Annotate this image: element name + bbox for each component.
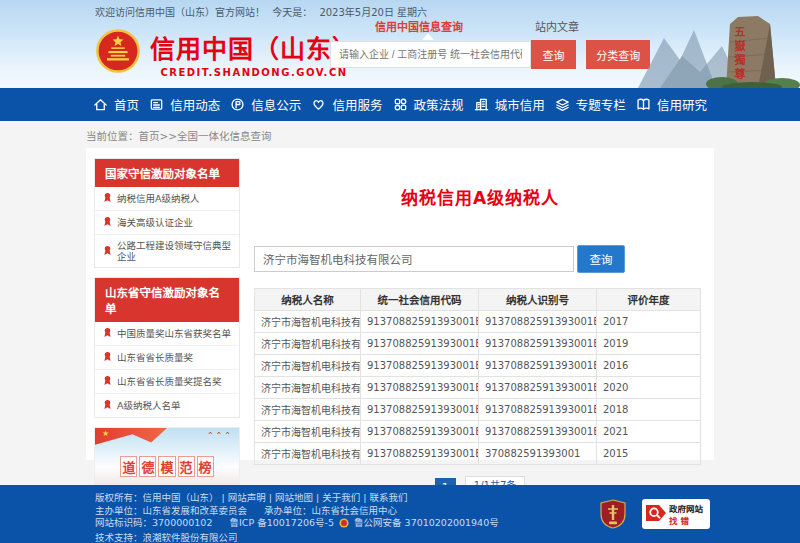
table-cell: 济宁市海智机电科技有限公司 [255, 311, 361, 333]
header-search-button[interactable]: 查询 [531, 40, 577, 69]
table-cell: 91370882591393001E [361, 377, 479, 399]
gov-site-error-report-badge[interactable]: 政府网站 找错 [642, 499, 710, 529]
header-search-input[interactable] [330, 41, 531, 68]
company-search-input[interactable] [254, 246, 574, 272]
footer-link[interactable]: 联系我们 [369, 492, 407, 503]
table-cell: 91370882591393001E [361, 443, 479, 465]
table-cell: 济宁市海智机电科技有限公司 [255, 421, 361, 443]
nav-item-home[interactable]: 首页 [93, 95, 139, 114]
table-cell: 济宁市海智机电科技有限公司 [255, 355, 361, 377]
table-row: 济宁市海智机电科技有限公司91370882591393001E913708825… [255, 421, 701, 443]
main-nav: 首页信用动态信息公示信用服务政策法规城市信用专题专栏信用研究 [0, 88, 800, 121]
home-icon [93, 97, 108, 112]
main-content: 纳税信用A级纳税人 查询 纳税人名称统一社会信用代码纳税人识别号评价年度 济宁市… [240, 158, 706, 446]
table-header-row: 纳税人名称统一社会信用代码纳税人识别号评价年度 [255, 289, 701, 311]
query-button[interactable]: 查询 [577, 245, 625, 273]
footer-record-line: 网站标识码：3700000102 鲁ICP 备10017206号-5 鲁公网安备… [95, 517, 499, 532]
table-cell: 370882591393001 [479, 443, 597, 465]
sidebar-item[interactable]: 纳税信用A级纳税人 [95, 187, 239, 211]
sidebar-item-label: 纳税信用A级纳税人 [117, 193, 200, 204]
building-icon [474, 97, 489, 112]
nav-item-info-publicity[interactable]: 信息公示 [230, 95, 301, 114]
medal-icon [102, 216, 117, 229]
icp-record-text: 鲁ICP 备10017206号-5 [229, 517, 334, 528]
breadcrumb-label: 当前位置： [86, 130, 139, 142]
nav-item-label: 信用动态 [170, 95, 220, 114]
site-domain: CREDIT.SHANDONG.GOV.CN [150, 67, 358, 78]
sidebar-item[interactable]: 山东省省长质量奖提名奖 [95, 370, 239, 394]
table-row: 济宁市海智机电科技有限公司91370882591393001E913708825… [255, 377, 701, 399]
table-cell: 2019 [597, 333, 701, 355]
nav-item-policy-regulation[interactable]: 政策法规 [393, 95, 464, 114]
sidebar-item[interactable]: 海关高级认证企业 [95, 211, 239, 235]
flag-star-icon: ★ [102, 429, 109, 438]
table-cell: 济宁市海智机电科技有限公司 [255, 399, 361, 421]
nav-item-label: 专题专栏 [576, 95, 626, 114]
footer-copyright-line: 版权所有：信用中国（山东）|网站声明|网站地图|关于我们|联系我们 [95, 492, 499, 505]
nav-item-label: 信息公示 [251, 95, 301, 114]
breadcrumb-path[interactable]: 首页>>全国一体化信息查询 [139, 130, 272, 142]
tab-site-articles[interactable]: 站内文章 [535, 18, 579, 32]
magnifier-arrow-icon [645, 502, 667, 526]
table-cell: 济宁市海智机电科技有限公司 [255, 377, 361, 399]
sidebar-item-label: 中国质量奖山东省获奖名单 [117, 328, 231, 339]
tech-support-text: 技术支持：浪潮软件股份有限公司 [95, 532, 238, 543]
site-logo[interactable]: 信用中国（山东） CREDIT.SHANDONG.GOV.CN [95, 28, 358, 78]
site-code-text: 网站标识码：3700000102 [95, 517, 212, 528]
grid-icon [393, 97, 408, 112]
banner-title-char: 德 [139, 456, 156, 477]
footer-organizer-line: 主办单位：山东省发展和改革委员会 承办单位：山东省社会信用中心 [95, 505, 499, 518]
footer-link-separator: | [222, 492, 225, 503]
nav-item-label: 政策法规 [414, 95, 464, 114]
sidebar-item-label: 海关高级认证企业 [117, 217, 193, 228]
doves-graphic: ⌃⌃⌃ [207, 431, 233, 440]
nav-item-label: 信用研究 [657, 95, 707, 114]
result-table: 纳税人名称统一社会信用代码纳税人识别号评价年度 济宁市海智机电科技有限公司913… [254, 288, 701, 465]
tab-credit-info-query[interactable]: 信用中国信息查询 [375, 18, 463, 32]
nav-item-credit-news[interactable]: 信用动态 [149, 95, 220, 114]
table-cell: 2021 [597, 421, 701, 443]
sidebar-section-title: 山东省守信激励对象名单 [95, 278, 239, 322]
government-shield-badge[interactable] [600, 499, 626, 529]
table-cell: 91370882591393001E [479, 355, 597, 377]
table-cell: 2017 [597, 311, 701, 333]
nav-item-label: 城市信用 [495, 95, 545, 114]
nav-item-special-column[interactable]: 专题专栏 [555, 95, 626, 114]
sidebar-item-label: 山东省省长质量奖 [117, 352, 193, 363]
sidebar-item[interactable]: 山东省省长质量奖 [95, 346, 239, 370]
heart-icon [311, 97, 326, 112]
banner-title-char: 范 [178, 456, 195, 477]
nav-item-credit-service[interactable]: 信用服务 [311, 95, 382, 114]
table-cell: 91370882591393001E [361, 333, 479, 355]
organizer-text: 主办单位：山东省发展和改革委员会 [95, 505, 247, 516]
table-cell: 91370882591393001E [361, 355, 479, 377]
banner-title-char: 模 [158, 456, 175, 477]
nav-item-city-credit[interactable]: 城市信用 [474, 95, 545, 114]
welcome-bar: 欢迎访问信用中国（山东）官方网站！ 今天是： 2023年5月20日 星期六 [95, 4, 431, 19]
footer-link[interactable]: 网站地图 [275, 492, 313, 503]
police-badge-icon [339, 518, 349, 532]
sidebar-item[interactable]: 公路工程建设领域守信典型企业 [95, 235, 239, 267]
banner-title-char: 道 [120, 456, 137, 477]
undertaker-text: 承办单位：山东省社会信用中心 [264, 505, 397, 516]
footer-link[interactable]: 网站声明 [228, 492, 266, 503]
footer-link-separator: | [363, 492, 366, 503]
sidebar-sections: 国家守信激励对象名单纳税信用A级纳税人海关高级认证企业公路工程建设领域守信典型企… [94, 158, 240, 418]
medal-icon [102, 375, 117, 388]
footer-link-separator: | [269, 492, 272, 503]
table-header-cell: 纳税人名称 [255, 289, 361, 311]
footer-link[interactable]: 关于我们 [322, 492, 360, 503]
medal-icon [102, 399, 117, 412]
table-header-cell: 纳税人识别号 [479, 289, 597, 311]
nav-item-credit-research[interactable]: 信用研究 [636, 95, 707, 114]
table-cell: 济宁市海智机电科技有限公司 [255, 333, 361, 355]
sidebar-section-title: 国家守信激励对象名单 [95, 159, 239, 187]
table-cell: 91370882591393001E [479, 399, 597, 421]
medal-icon [102, 192, 117, 205]
sidebar-item[interactable]: 中国质量奖山东省获奖名单 [95, 322, 239, 346]
copyright-text: 版权所有：信用中国（山东） [95, 492, 219, 503]
sidebar-section-1: 国家守信激励对象名单纳税信用A级纳税人海关高级认证企业公路工程建设领域守信典型企… [94, 158, 240, 268]
table-cell: 91370882591393001E [479, 311, 597, 333]
sidebar-item[interactable]: A级纳税人名单 [95, 394, 239, 417]
mountain-inscription: 五嶽獨尊 [730, 26, 746, 82]
